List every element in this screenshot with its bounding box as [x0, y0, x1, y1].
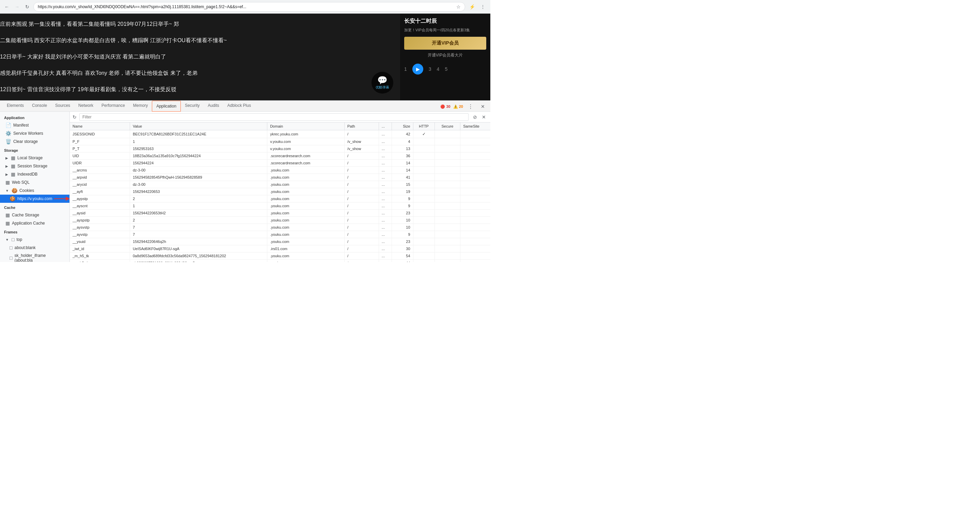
table-row[interactable]: _m_h5_tk 0a8d9653ad689fdcfd33c56da982477… — [70, 252, 490, 260]
col-header-secure[interactable]: Secure — [434, 122, 460, 130]
devtools-body: Application 📄 Manifest ⚙️ Service Worker… — [0, 111, 490, 262]
cell-http — [413, 224, 434, 231]
sidebar-item-service-workers[interactable]: ⚙️ Service Workers — [0, 129, 70, 138]
cookies-icon: 🍪 — [11, 188, 18, 193]
table-row[interactable]: __arycid dz-3-00 .youku.com / ... 15 — [70, 181, 490, 188]
filter-input[interactable] — [80, 113, 469, 121]
tab-performance[interactable]: Performance — [97, 100, 129, 111]
tab-memory[interactable]: Memory — [129, 100, 152, 111]
cell-domain: .scorecardresearch.com — [267, 160, 345, 167]
col-header-name[interactable]: Name — [70, 122, 130, 130]
play-button[interactable]: ▶ — [412, 64, 423, 75]
tab-console[interactable]: Console — [28, 100, 51, 111]
sidebar-item-cookies[interactable]: ▼ 🍪 Cookies — [0, 186, 70, 195]
table-row[interactable]: UIDR 1562944224 .scorecardresearch.com /… — [70, 160, 490, 167]
cell-value: 0a8d9653ad689fdcfd33c56da9824775_1562948… — [130, 252, 267, 260]
table-row[interactable]: P_T 1562953163 v.youku.com /v_show ... 1… — [70, 145, 490, 152]
devtools-close-btn[interactable]: ✕ — [478, 102, 488, 111]
episode-4[interactable]: 4 — [437, 66, 440, 72]
websql-icon: ▦ — [5, 179, 10, 185]
cell-domain: .youku.com — [267, 231, 345, 238]
danmu-line-5: 12日签到~ 雷佳音演技没得弹了 19年最好看剧集，没有之一，不接受反驳 — [0, 86, 400, 94]
local-storage-icon: ▦ — [11, 155, 15, 160]
sidebar-item-cache-storage[interactable]: ▦ Cache Storage — [0, 211, 70, 219]
cell-secure — [434, 202, 460, 210]
sidebar-item-youku-cookies[interactable]: 🍪 https://v.youku.com — [0, 195, 70, 203]
sidebar-item-session-storage[interactable]: ▶ ▦ Session Storage — [0, 162, 70, 170]
cell-secure — [434, 145, 460, 152]
col-header-path[interactable]: Path — [345, 122, 379, 130]
cell-domain: .youku.com — [267, 210, 345, 217]
sidebar-item-app-cache[interactable]: ▦ Application Cache — [0, 219, 70, 227]
sidebar-item-frame-sk[interactable]: □ sk_holder_iframe (about:bla — [0, 252, 70, 262]
cell-size: 4 — [391, 138, 413, 145]
table-row[interactable]: __ayft 1562944220653 .youku.com / ... 19 — [70, 188, 490, 195]
table-row[interactable]: P_F 1 v.youku.com /v_show ... 4 — [70, 138, 490, 145]
table-row[interactable]: __aypstp 2 .youku.com / ... 9 — [70, 195, 490, 202]
extensions-button[interactable]: ⚡ — [467, 2, 477, 11]
vip-link[interactable]: 开通VIP会员看大片 — [404, 52, 486, 58]
episode-1[interactable]: 1 — [404, 66, 407, 72]
cell-samesite — [460, 152, 490, 160]
danmu-badge-label: 优酷弹幕 — [375, 85, 389, 90]
vip-button[interactable]: 开通VIP会员 — [404, 37, 486, 50]
col-header-size[interactable]: Size — [391, 122, 413, 130]
sidebar-item-manifest[interactable]: 📄 Manifest — [0, 121, 70, 129]
tab-security[interactable]: Security — [181, 100, 204, 111]
table-row[interactable]: __ayspstp 2 .youku.com / ... 10 — [70, 217, 490, 224]
cell-path: / — [345, 160, 379, 167]
cell-dots: ... — [379, 188, 391, 195]
col-header-samesite[interactable]: SameSite — [460, 122, 490, 130]
table-row[interactable]: __arpvid 1562945828545PfhQwH-15629458285… — [70, 174, 490, 181]
sidebar-item-clear-storage[interactable]: 🗑️ Clear storage — [0, 138, 70, 146]
filter-close-btn[interactable]: ✕ — [480, 113, 488, 121]
episode-5[interactable]: 5 — [445, 66, 447, 72]
tab-adblock[interactable]: Adblock Plus — [223, 100, 255, 111]
sidebar-item-indexeddb[interactable]: ▶ ▦ IndexedDB — [0, 170, 70, 178]
tab-audits[interactable]: Audits — [204, 100, 223, 111]
tab-elements[interactable]: Elements — [3, 100, 28, 111]
col-header-value[interactable]: Value — [130, 122, 267, 130]
col-header-domain[interactable]: Domain — [267, 122, 345, 130]
cell-samesite — [460, 167, 490, 174]
bookmark-icon[interactable]: ☆ — [456, 4, 461, 10]
devtools-more-btn[interactable]: ⋮ — [466, 102, 476, 111]
tab-network[interactable]: Network — [74, 100, 97, 111]
cell-secure — [434, 152, 460, 160]
table-row[interactable]: _m_h5_tk_enc cb03f8007721089a801fe023d3f… — [70, 260, 490, 262]
cell-path: / — [345, 238, 379, 245]
expand-icon: ▼ — [5, 238, 9, 241]
table-row[interactable]: __ayscnt 1 .youku.com / ... 9 — [70, 202, 490, 210]
sidebar-item-local-storage[interactable]: ▶ ▦ Local Storage — [0, 154, 70, 162]
clear-storage-icon: 🗑️ — [5, 139, 11, 144]
cell-secure — [434, 160, 460, 167]
back-button[interactable]: ← — [3, 3, 11, 11]
reload-button[interactable]: ↻ — [23, 3, 31, 11]
cell-samesite — [460, 231, 490, 238]
forward-button[interactable]: → — [13, 3, 21, 11]
table-row[interactable]: __aysid 1562944220653tH2 .youku.com / ..… — [70, 210, 490, 217]
tab-sources[interactable]: Sources — [51, 100, 74, 111]
menu-button[interactable]: ⋮ — [478, 2, 488, 11]
table-row[interactable]: __arcms dz-3-00 .youku.com / ... 14 — [70, 167, 490, 174]
table-row[interactable]: JSESSIONID BEC91F17CBA8126BDF31C2511EC1A… — [70, 130, 490, 138]
table-row[interactable]: __ayvstp 7 .youku.com / ... 9 — [70, 231, 490, 238]
cell-http — [413, 252, 434, 260]
tab-application[interactable]: Application — [152, 101, 181, 111]
sidebar-item-frame-blank1[interactable]: □ about:blank — [0, 244, 70, 252]
cell-name: UIDR — [70, 160, 130, 167]
table-row[interactable]: _iwt_id UeISAd6IKF0wij87R1U-sgA .irs01.c… — [70, 245, 490, 252]
url-bar[interactable]: https://v.youku.com/v_show/id_XNDl0NDQ0O… — [33, 2, 465, 11]
sidebar-item-frame-top[interactable]: ▼ □ top — [0, 235, 70, 244]
filter-clear-btn[interactable]: ⊘ — [471, 113, 479, 121]
danmu-badge[interactable]: 💬 优酷弹幕 — [372, 72, 393, 94]
cell-value: dz-3-00 — [130, 167, 267, 174]
cell-size: 41 — [391, 174, 413, 181]
table-row[interactable]: __aysvstp 7 .youku.com / ... 10 — [70, 224, 490, 231]
col-header-http[interactable]: HTTP — [413, 122, 434, 130]
refresh-button[interactable]: ↻ — [73, 114, 76, 120]
episode-3[interactable]: 3 — [429, 66, 431, 72]
table-row[interactable]: __ysuid 1562944220646q2h .youku.com / ..… — [70, 238, 490, 245]
sidebar-item-websql[interactable]: ▦ Web SQL — [0, 178, 70, 186]
table-row[interactable]: UID 18B23a36a15a135a910c7fg1562944224 .s… — [70, 152, 490, 160]
